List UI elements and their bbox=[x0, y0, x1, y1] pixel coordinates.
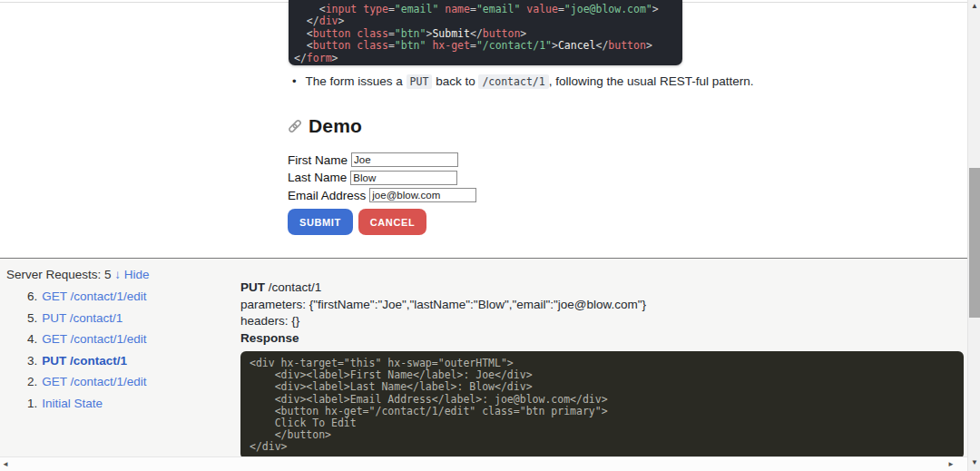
code-token: > bbox=[646, 39, 652, 52]
bullet-note: •The form issues a PUT back to /contact/… bbox=[292, 74, 764, 88]
request-list-item: 6.GET /contact/1/edit bbox=[27, 289, 150, 303]
source-code-block: <input type="email" name="email" value="… bbox=[289, 0, 682, 65]
request-line: PUT /contact/1 bbox=[240, 280, 964, 297]
code-token: = bbox=[388, 3, 395, 15]
code-token: </ bbox=[470, 27, 483, 40]
cancel-button[interactable]: CANCEL bbox=[358, 209, 426, 235]
form-row-last-name: Last Name bbox=[288, 171, 476, 185]
code-token: type bbox=[363, 3, 388, 15]
scroll-right-arrow-icon[interactable]: ► bbox=[947, 457, 955, 471]
request-number: 1. bbox=[27, 397, 37, 410]
request-number: 6. bbox=[27, 289, 37, 303]
request-list-item: 5.PUT /contact/1 bbox=[27, 311, 150, 325]
hide-toggle-link[interactable]: ↓ Hide bbox=[114, 268, 149, 281]
code-token bbox=[294, 15, 307, 27]
code-token: </ bbox=[307, 15, 319, 27]
code-token: = bbox=[558, 3, 564, 15]
scroll-down-arrow-icon[interactable]: ▼ bbox=[968, 458, 980, 466]
headers-line: headers: {} bbox=[240, 313, 964, 330]
link-icon[interactable] bbox=[287, 118, 303, 134]
last-name-input[interactable] bbox=[350, 171, 457, 185]
bullet-marker: • bbox=[292, 74, 297, 88]
request-link[interactable]: PUT /contact/1 bbox=[42, 354, 127, 368]
code-token: </ bbox=[595, 39, 608, 52]
request-list-item: 1.Initial State bbox=[27, 397, 150, 410]
request-link[interactable]: PUT /contact/1 bbox=[42, 311, 122, 325]
code-token: "btn" bbox=[395, 39, 426, 52]
demo-heading: Demo bbox=[287, 115, 362, 137]
code-token: = bbox=[470, 39, 476, 52]
bullet-segment: , following the usual REST-ful pattern. bbox=[549, 74, 754, 88]
vertical-scrollbar-thumb[interactable] bbox=[969, 168, 980, 318]
code-token: class bbox=[357, 27, 388, 40]
code-token: "btn" bbox=[395, 27, 426, 40]
bullet-segment: back to bbox=[432, 74, 478, 88]
request-link[interactable]: Initial State bbox=[42, 397, 103, 410]
form-row-first-name: First Name bbox=[288, 152, 476, 167]
code-token: hx-get bbox=[432, 39, 470, 52]
submit-button[interactable]: SUBMIT bbox=[288, 209, 353, 235]
requests-column: Server Requests: 5 ↓ Hide 6.GET /contact… bbox=[6, 268, 150, 417]
code-token: > bbox=[332, 52, 338, 64]
request-path: /contact/1 bbox=[265, 280, 321, 294]
code-token bbox=[294, 27, 307, 40]
code-token: = bbox=[388, 39, 395, 52]
code-token: "joe@blow.com" bbox=[564, 3, 652, 15]
code-token: Submit bbox=[432, 27, 470, 40]
code-token: name bbox=[445, 3, 470, 15]
response-code-block: <div hx-target="this" hx-swap="outerHTML… bbox=[240, 351, 964, 459]
form-buttons: SUBMIT CANCEL bbox=[288, 209, 476, 235]
request-number: 4. bbox=[27, 332, 37, 346]
code-token: > bbox=[520, 27, 526, 40]
code-token: = bbox=[388, 27, 395, 40]
bullet-text: The form issues a PUT back to /contact/1… bbox=[306, 74, 754, 88]
code-token: < bbox=[307, 39, 313, 52]
request-link[interactable]: GET /contact/1/edit bbox=[42, 332, 146, 346]
first-name-label: First Name bbox=[288, 153, 348, 167]
request-list-item: 3.PUT /contact/1 bbox=[27, 354, 150, 368]
request-list: 6.GET /contact/1/edit5.PUT /contact/14.G… bbox=[27, 289, 150, 410]
first-name-input[interactable] bbox=[351, 152, 458, 167]
last-name-label: Last Name bbox=[288, 171, 347, 184]
code-token: "email" bbox=[395, 3, 438, 15]
code-token: button bbox=[313, 27, 351, 40]
request-number: 5. bbox=[27, 311, 37, 325]
demo-title: Demo bbox=[309, 115, 362, 137]
page: <input type="email" name="email" value="… bbox=[0, 0, 980, 471]
code-token: > bbox=[552, 39, 558, 52]
scroll-up-arrow-icon[interactable]: ▲ bbox=[968, 2, 980, 10]
email-input[interactable] bbox=[369, 188, 476, 202]
code-token: class bbox=[357, 39, 388, 52]
code-token: input bbox=[326, 3, 358, 15]
email-label: Email Address bbox=[288, 189, 366, 202]
server-requests-panel: Server Requests: 5 ↓ Hide 6.GET /contact… bbox=[0, 258, 967, 456]
response-label: Response bbox=[240, 330, 964, 348]
form-row-email: Email Address bbox=[288, 188, 476, 202]
scroll-left-arrow-icon[interactable]: ◄ bbox=[2, 457, 9, 471]
request-link[interactable]: GET /contact/1/edit bbox=[42, 375, 146, 388]
code-token: = bbox=[470, 3, 476, 15]
request-number: 2. bbox=[27, 375, 37, 388]
request-list-item: 2.GET /contact/1/edit bbox=[27, 375, 150, 388]
code-token: < bbox=[307, 27, 313, 40]
vertical-scrollbar[interactable]: ▲ ▼ bbox=[967, 0, 980, 471]
request-detail: PUT /contact/1 parameters: {"firstName":… bbox=[240, 280, 964, 459]
code-token bbox=[294, 3, 319, 15]
code-token: > bbox=[652, 3, 659, 15]
parameters-line: parameters: {"firstName":"Joe","lastName… bbox=[240, 297, 964, 314]
code-token: "email" bbox=[476, 3, 520, 15]
inline-code: PUT bbox=[407, 74, 433, 89]
demo-form: First Name Last Name Email Address SUBMI… bbox=[288, 152, 476, 235]
bullet-segment: The form issues a bbox=[306, 74, 407, 88]
horizontal-scrollbar[interactable]: ◄ ► bbox=[0, 456, 967, 471]
code-token: div bbox=[319, 15, 338, 27]
code-token: </ bbox=[294, 52, 307, 64]
code-token: Cancel bbox=[558, 39, 596, 52]
code-token: < bbox=[319, 3, 326, 15]
code-token: button bbox=[608, 39, 646, 52]
code-token: button bbox=[313, 39, 351, 52]
code-token: "/contact/1" bbox=[476, 39, 552, 52]
request-link[interactable]: GET /contact/1/edit bbox=[42, 289, 146, 303]
code-token: button bbox=[483, 27, 521, 40]
code-token: form bbox=[307, 52, 332, 64]
